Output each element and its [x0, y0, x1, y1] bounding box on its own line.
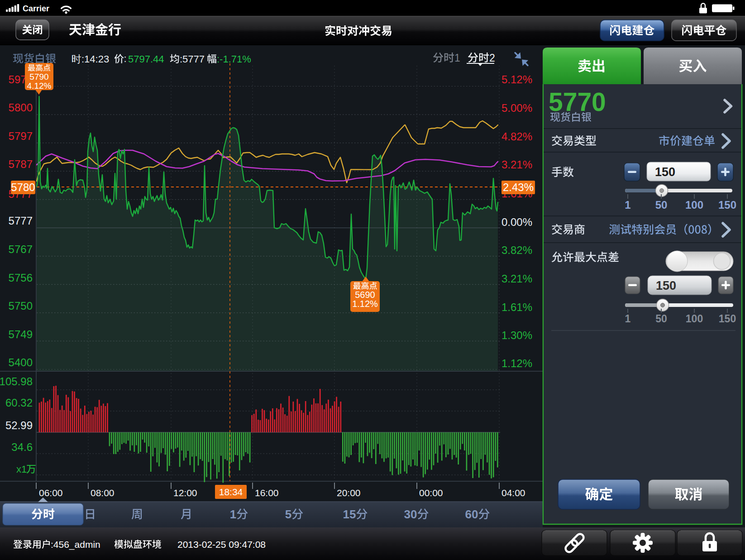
svg-text:1.61%: 1.61% [501, 301, 532, 313]
svg-text:5690: 5690 [355, 290, 375, 300]
svg-text:5756: 5756 [9, 272, 33, 284]
svg-text:5777: 5777 [9, 215, 33, 227]
svg-text:100: 100 [685, 199, 703, 211]
svg-text:5749: 5749 [9, 328, 33, 340]
svg-text:06:00: 06:00 [39, 488, 63, 498]
svg-text:16:00: 16:00 [255, 488, 279, 498]
svg-text::-1.71%: :-1.71% [217, 53, 251, 65]
svg-text:34.6: 34.6 [11, 441, 33, 453]
svg-text:2.43%: 2.43% [503, 181, 534, 193]
svg-text:30: 30 [404, 507, 417, 521]
svg-text:12:00: 12:00 [173, 488, 197, 498]
svg-text:4.12%: 4.12% [27, 81, 52, 91]
svg-text:150: 150 [719, 313, 736, 325]
svg-text:5770: 5770 [549, 87, 606, 116]
svg-text:20:00: 20:00 [337, 488, 361, 498]
svg-text:1: 1 [230, 507, 236, 521]
svg-text:105.98: 105.98 [0, 375, 33, 388]
svg-text:5: 5 [285, 507, 291, 521]
svg-text:1: 1 [625, 313, 631, 325]
svg-text:2013-02-25 09:47:08: 2013-02-25 09:47:08 [177, 539, 266, 550]
svg-text:3.82%: 3.82% [501, 244, 532, 256]
svg-text:5767: 5767 [9, 243, 33, 255]
svg-text:60.32: 60.32 [5, 397, 33, 409]
svg-text:5790: 5790 [29, 72, 48, 81]
svg-text:1: 1 [625, 199, 630, 211]
svg-text:5797: 5797 [9, 130, 33, 142]
svg-text:5750: 5750 [9, 300, 33, 312]
svg-text:5787: 5787 [9, 158, 33, 170]
svg-text:5780: 5780 [11, 181, 35, 193]
svg-text:18:34: 18:34 [219, 487, 243, 497]
svg-text:50: 50 [655, 199, 668, 211]
svg-text:Carrier: Carrier [23, 4, 49, 13]
svg-text:时:14:23: 时:14:23 [72, 53, 109, 65]
svg-text:3.21%: 3.21% [501, 158, 532, 171]
svg-text::: : [124, 53, 126, 64]
svg-text:52.99: 52.99 [5, 419, 33, 431]
svg-text::5777: :5777 [180, 53, 205, 65]
svg-text:5.00%: 5.00% [501, 102, 532, 114]
svg-text:3.21%: 3.21% [501, 273, 532, 285]
svg-text:5800: 5800 [9, 101, 33, 114]
svg-text:0.00%: 0.00% [501, 216, 532, 228]
svg-text:15: 15 [343, 507, 356, 521]
svg-text:60: 60 [465, 507, 478, 521]
svg-text:5797.44: 5797.44 [128, 53, 164, 65]
svg-text:08:00: 08:00 [91, 488, 115, 498]
svg-text:5400: 5400 [9, 356, 33, 369]
svg-text:150: 150 [656, 279, 676, 292]
svg-text:50: 50 [655, 313, 667, 325]
svg-text:1: 1 [454, 52, 460, 64]
svg-text:5.12%: 5.12% [501, 73, 532, 86]
svg-text:150: 150 [718, 199, 736, 211]
svg-text:x1: x1 [16, 464, 27, 475]
svg-text:150: 150 [655, 165, 675, 179]
svg-text:1.12%: 1.12% [501, 357, 532, 369]
svg-text:100: 100 [686, 313, 703, 325]
svg-text:1.30%: 1.30% [501, 329, 532, 341]
svg-text:1.12%: 1.12% [352, 299, 378, 309]
svg-text:00:00: 00:00 [419, 488, 443, 498]
svg-text:4.82%: 4.82% [501, 130, 532, 143]
svg-text:2: 2 [489, 52, 495, 64]
svg-text:04:00: 04:00 [501, 488, 525, 498]
svg-text::456_admin: :456_admin [51, 539, 100, 550]
